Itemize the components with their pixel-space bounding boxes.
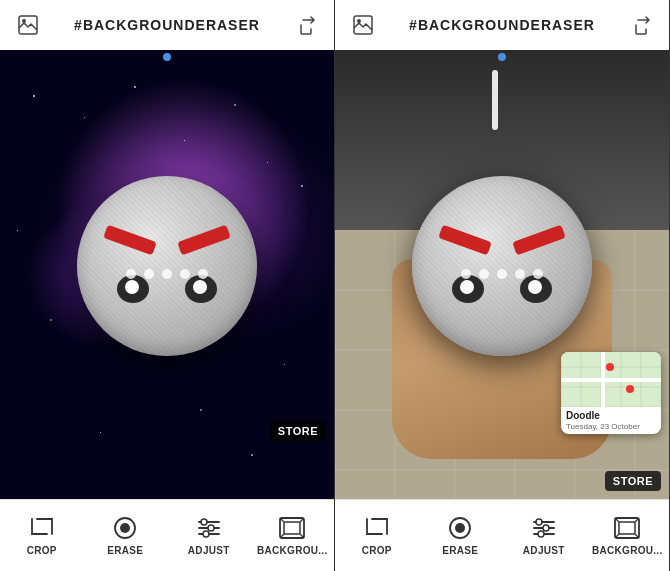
left-panel: #BACKGROUNDERASER	[0, 0, 335, 571]
right-led-5	[533, 269, 543, 279]
right-led-3	[497, 269, 507, 279]
right-image-icon[interactable]	[349, 11, 377, 39]
right-map-road-v	[601, 352, 605, 407]
right-led-4	[515, 269, 525, 279]
right-canvas: Doodle Tuesday, 23 October STORE	[335, 50, 669, 499]
left-eye-right-white	[193, 280, 207, 294]
left-crop-icon	[27, 515, 57, 541]
left-crop-tool[interactable]: CROP	[0, 509, 84, 562]
svg-point-19	[455, 523, 465, 533]
left-led-4	[180, 269, 190, 279]
left-erase-tool[interactable]: ERASE	[84, 509, 168, 562]
left-store-button[interactable]: STORE	[270, 421, 326, 441]
left-header: #BACKGROUNDERASER	[0, 0, 334, 50]
svg-rect-11	[284, 522, 300, 534]
right-erase-label: ERASE	[442, 545, 478, 556]
left-erase-icon	[110, 515, 140, 541]
right-led-2	[479, 269, 489, 279]
svg-point-8	[208, 525, 214, 531]
right-background-icon	[612, 515, 642, 541]
right-device-fabric	[412, 176, 592, 356]
left-background-tool[interactable]: BACKGROU...	[251, 509, 335, 562]
right-background-label: BACKGROU...	[592, 545, 663, 556]
right-map-road-h	[561, 378, 661, 382]
right-led-row	[461, 269, 543, 279]
right-crop-icon	[362, 515, 392, 541]
right-device-body	[412, 176, 592, 356]
left-share-icon[interactable]	[292, 11, 320, 39]
left-device-body	[77, 176, 257, 356]
left-erase-label: ERASE	[107, 545, 143, 556]
left-led-5	[198, 269, 208, 279]
right-eye-left-white	[460, 280, 474, 294]
left-led-3	[162, 269, 172, 279]
svg-point-3	[120, 523, 130, 533]
left-device	[77, 176, 257, 356]
svg-point-24	[543, 525, 549, 531]
left-led-2	[144, 269, 154, 279]
left-background-label: BACKGROU...	[257, 545, 328, 556]
left-background-icon	[277, 515, 307, 541]
left-device-fabric	[77, 176, 257, 356]
right-map-pin-1	[606, 363, 614, 371]
right-title: #BACKGROUNDERASER	[409, 17, 595, 33]
svg-point-9	[203, 531, 209, 537]
right-map-pin-2	[626, 385, 634, 393]
left-image-icon[interactable]	[14, 11, 42, 39]
right-erase-tool[interactable]: ERASE	[419, 509, 503, 562]
right-crop-dot	[498, 53, 506, 61]
svg-point-25	[538, 531, 544, 537]
right-toolbar: CROP ERASE ADJUS	[335, 499, 669, 571]
right-map-date: Tuesday, 23 October	[561, 422, 661, 434]
svg-rect-27	[619, 522, 635, 534]
left-led-1	[126, 269, 136, 279]
left-toolbar: CROP ERASE ADJUS	[0, 499, 334, 571]
left-led-row	[126, 269, 208, 279]
right-map-card: Doodle Tuesday, 23 October	[561, 352, 661, 434]
left-crop-label: CROP	[27, 545, 57, 556]
left-adjust-icon	[194, 515, 224, 541]
left-title: #BACKGROUNDERASER	[74, 17, 260, 33]
right-adjust-tool[interactable]: ADJUST	[502, 509, 586, 562]
right-adjust-icon	[529, 515, 559, 541]
left-eye-left-white	[125, 280, 139, 294]
right-device	[412, 176, 592, 356]
right-usb-cable	[492, 70, 498, 130]
svg-point-23	[536, 519, 542, 525]
right-adjust-label: ADJUST	[523, 545, 565, 556]
right-background-tool[interactable]: BACKGROU...	[586, 509, 670, 562]
right-erase-icon	[445, 515, 475, 541]
right-share-icon[interactable]	[627, 11, 655, 39]
left-canvas: STORE	[0, 50, 334, 499]
right-crop-label: CROP	[362, 545, 392, 556]
left-adjust-label: ADJUST	[188, 545, 230, 556]
svg-point-7	[201, 519, 207, 525]
right-panel: #BACKGROUNDERASER	[335, 0, 670, 571]
right-led-1	[461, 269, 471, 279]
right-header: #BACKGROUNDERASER	[335, 0, 669, 50]
left-adjust-tool[interactable]: ADJUST	[167, 509, 251, 562]
left-crop-dot	[163, 53, 171, 61]
right-store-button[interactable]: STORE	[605, 471, 661, 491]
right-map-image	[561, 352, 661, 407]
right-map-title: Doodle	[561, 407, 661, 422]
right-eye-right-white	[528, 280, 542, 294]
right-crop-tool[interactable]: CROP	[335, 509, 419, 562]
